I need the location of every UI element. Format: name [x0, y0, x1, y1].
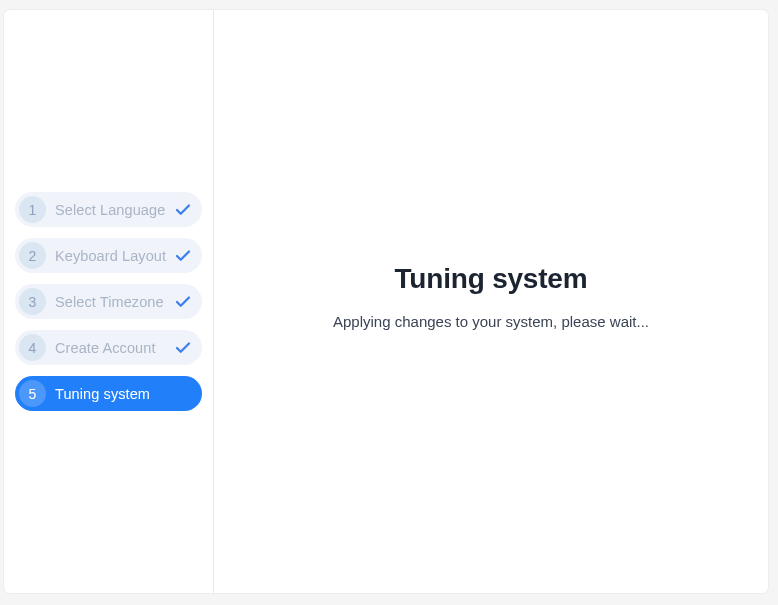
- status-text: Applying changes to your system, please …: [333, 313, 649, 330]
- step-number: 4: [19, 334, 46, 361]
- wizard-content: Tuning system Applying changes to your s…: [214, 10, 768, 593]
- step-number: 5: [19, 380, 46, 407]
- step-label: Create Account: [55, 340, 172, 356]
- step-label: Select Timezone: [55, 294, 172, 310]
- step-number: 2: [19, 242, 46, 269]
- step-select-language[interactable]: 1 Select Language: [15, 192, 202, 227]
- step-tuning-system[interactable]: 5 Tuning system: [15, 376, 202, 411]
- check-icon: [174, 247, 192, 265]
- step-label: Tuning system: [55, 386, 192, 402]
- step-select-timezone[interactable]: 3 Select Timezone: [15, 284, 202, 319]
- check-icon: [174, 201, 192, 219]
- wizard-sidebar: 1 Select Language 2 Keyboard Layout 3 Se…: [4, 10, 214, 593]
- step-number: 3: [19, 288, 46, 315]
- step-label: Keyboard Layout: [55, 248, 172, 264]
- step-keyboard-layout[interactable]: 2 Keyboard Layout: [15, 238, 202, 273]
- check-icon: [174, 293, 192, 311]
- step-number: 1: [19, 196, 46, 223]
- setup-wizard-window: 1 Select Language 2 Keyboard Layout 3 Se…: [4, 10, 768, 593]
- step-create-account[interactable]: 4 Create Account: [15, 330, 202, 365]
- page-title: Tuning system: [395, 263, 588, 295]
- check-icon: [174, 339, 192, 357]
- step-label: Select Language: [55, 202, 172, 218]
- step-list: 1 Select Language 2 Keyboard Layout 3 Se…: [15, 192, 202, 411]
